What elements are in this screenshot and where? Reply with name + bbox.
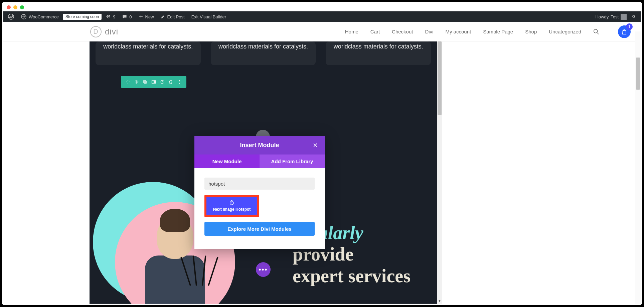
wp-updates-count: 9 <box>113 14 115 19</box>
svg-point-4 <box>136 81 137 82</box>
window-traffic-lights <box>7 5 24 9</box>
module-result-label: Next Image Hotspot <box>213 207 251 212</box>
wp-edit-post-label: Edit Post <box>167 14 185 19</box>
search-icon <box>593 29 599 35</box>
nav-checkout[interactable]: Checkout <box>392 29 413 34</box>
row-duplicate-icon[interactable] <box>142 79 148 85</box>
row-delete-icon[interactable] <box>168 79 174 85</box>
svg-rect-9 <box>155 80 156 83</box>
site-header: D divi Home Cart Checkout Divi My accoun… <box>3 22 641 41</box>
svg-rect-5 <box>144 80 146 82</box>
nav-uncategorized[interactable]: Uncategorized <box>549 29 581 34</box>
modal-body: Next Image Hotspot Explore More Divi Mod… <box>194 168 325 249</box>
window-minimize-dot[interactable] <box>13 5 17 9</box>
svg-point-15 <box>231 203 232 204</box>
svg-point-11 <box>179 80 180 81</box>
svg-point-13 <box>179 83 180 84</box>
window-close-dot[interactable] <box>7 5 11 9</box>
avatar-icon <box>621 14 627 20</box>
module-search-input[interactable] <box>204 178 315 190</box>
svg-rect-7 <box>152 80 153 83</box>
site-logo[interactable]: D divi <box>90 26 118 37</box>
nav-search-button[interactable] <box>593 29 599 35</box>
wordpress-icon <box>8 14 14 20</box>
browser-scrollbar-thumb[interactable] <box>636 58 640 90</box>
plus-icon <box>139 14 143 19</box>
store-coming-soon-badge: Store coming soon <box>63 14 102 20</box>
primary-nav: Home Cart Checkout Divi My account Sampl… <box>345 25 631 38</box>
wp-admin-search[interactable] <box>629 11 639 22</box>
nav-shop[interactable]: Shop <box>525 29 537 34</box>
site-logo-text: divi <box>105 27 118 36</box>
dark-section: worldclass materials for catalysts. worl… <box>90 41 437 304</box>
nav-my-account[interactable]: My account <box>445 29 471 34</box>
nav-cart[interactable]: Cart <box>370 29 380 34</box>
card-text: worldclass materials for catalysts. <box>218 43 308 50</box>
site-icon <box>21 14 27 20</box>
cart-count-badge: 1 <box>626 23 633 30</box>
row-move-icon[interactable] <box>125 79 131 85</box>
nav-home[interactable]: Home <box>345 29 358 34</box>
explore-modules-button[interactable]: Explore More Divi Modules <box>204 222 315 236</box>
svg-rect-6 <box>144 81 146 83</box>
tab-add-from-library[interactable]: Add From Library <box>260 155 325 168</box>
divi-fab-button[interactable]: ••• <box>256 262 271 277</box>
wp-new[interactable]: New <box>136 11 157 22</box>
window-zoom-dot[interactable] <box>20 5 24 9</box>
wp-howdy-label: Howdy, Test <box>595 14 619 19</box>
svg-point-3 <box>594 29 598 33</box>
inner-scrollbar-thumb[interactable] <box>438 41 442 115</box>
wp-site-menu[interactable]: WooCommerce <box>18 11 61 22</box>
tab-new-module[interactable]: New Module <box>194 155 260 168</box>
wp-site-label: WooCommerce <box>29 14 59 19</box>
nav-divi[interactable]: Divi <box>425 29 433 34</box>
wp-logo-menu[interactable] <box>5 11 17 22</box>
wp-exit-vb[interactable]: Exit Visual Builder <box>189 11 229 22</box>
hero-line-3: expert services <box>293 265 411 287</box>
modal-title: Insert Module <box>240 142 279 149</box>
card-text: worldclass materials for catalysts. <box>103 43 193 50</box>
combs-illustration <box>190 255 209 286</box>
insert-module-modal: Insert Module New Module Add From Librar… <box>194 136 325 249</box>
modal-header: Insert Module <box>194 136 325 155</box>
feature-card: worldclass materials for catalysts. <box>96 41 201 65</box>
hotspot-icon <box>229 200 235 206</box>
row-more-icon[interactable] <box>176 79 182 85</box>
page-canvas: worldclass materials for catalysts. worl… <box>3 41 641 304</box>
modal-tabs: New Module Add From Library <box>194 155 325 168</box>
close-icon <box>313 142 318 148</box>
divi-logo-icon: D <box>90 26 102 37</box>
refresh-icon <box>106 14 111 19</box>
wp-comments[interactable]: 0 <box>119 11 134 22</box>
nav-sample-page[interactable]: Sample Page <box>483 29 513 34</box>
svg-point-2 <box>633 15 635 17</box>
wp-edit-post[interactable]: Edit Post <box>158 11 187 22</box>
feature-card: worldclass materials for catalysts. <box>211 41 316 65</box>
wp-howdy[interactable]: Howdy, Test <box>593 11 629 22</box>
header-cart-button[interactable]: 1 <box>618 25 631 38</box>
inner-scrollbar[interactable]: ▼ <box>437 41 442 304</box>
divi-logo-letter: D <box>93 28 98 35</box>
search-icon <box>632 14 636 20</box>
pencil-icon <box>161 14 165 19</box>
feature-card: worldclass materials for catalysts. <box>326 41 431 65</box>
fab-dots: ••• <box>259 266 268 274</box>
module-result-highlighted[interactable]: Next Image Hotspot <box>204 195 259 217</box>
modal-close-button[interactable] <box>311 140 320 150</box>
row-settings-icon[interactable] <box>134 79 140 85</box>
row-save-icon[interactable] <box>159 79 165 85</box>
inner-scrollbar-down-arrow[interactable]: ▼ <box>437 298 442 304</box>
row-columns-icon[interactable] <box>151 79 157 85</box>
svg-rect-8 <box>153 80 155 83</box>
wp-updates[interactable]: 9 <box>103 11 118 22</box>
wp-admin-bar: WooCommerce Store coming soon 9 0 New <box>3 11 641 22</box>
card-text: worldclass materials for catalysts. <box>334 43 423 50</box>
svg-point-12 <box>179 82 180 82</box>
feature-cards-row: worldclass materials for catalysts. worl… <box>90 41 437 65</box>
divi-row-toolbar <box>121 76 186 88</box>
wp-new-label: New <box>145 14 154 19</box>
shopping-bag-icon <box>621 29 627 35</box>
wp-comments-count: 0 <box>129 14 132 19</box>
wp-exit-vb-label: Exit Visual Builder <box>191 14 226 19</box>
browser-scrollbar[interactable] <box>635 31 641 304</box>
